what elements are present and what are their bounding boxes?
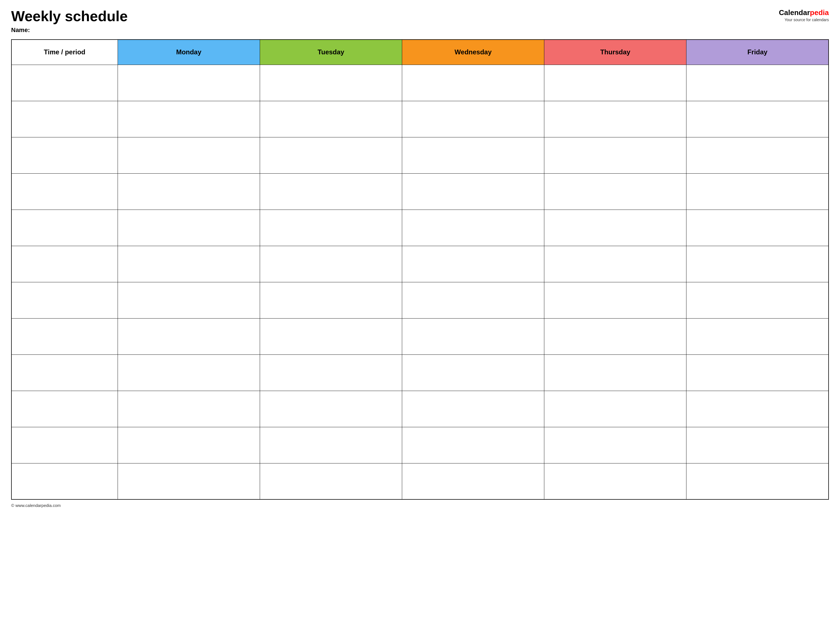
schedule-cell[interactable] <box>260 210 402 246</box>
schedule-cell[interactable] <box>402 210 544 246</box>
schedule-cell[interactable] <box>544 101 687 137</box>
schedule-cell[interactable] <box>260 355 402 391</box>
schedule-cell[interactable] <box>402 355 544 391</box>
schedule-cell[interactable] <box>118 173 260 210</box>
schedule-cell[interactable] <box>687 101 829 137</box>
table-row <box>11 210 829 246</box>
schedule-cell[interactable] <box>118 137 260 173</box>
schedule-cell[interactable] <box>402 246 544 282</box>
schedule-cell[interactable] <box>544 173 687 210</box>
schedule-cell[interactable] <box>260 173 402 210</box>
col-header-wednesday: Wednesday <box>402 39 544 65</box>
schedule-cell[interactable] <box>544 463 687 499</box>
col-header-thursday: Thursday <box>544 39 687 65</box>
schedule-cell[interactable] <box>544 427 687 463</box>
time-cell[interactable] <box>11 282 118 318</box>
schedule-cell[interactable] <box>260 427 402 463</box>
schedule-cell[interactable] <box>260 246 402 282</box>
schedule-cell[interactable] <box>118 318 260 355</box>
schedule-cell[interactable] <box>544 355 687 391</box>
schedule-cell[interactable] <box>687 210 829 246</box>
col-header-monday: Monday <box>118 39 260 65</box>
time-cell[interactable] <box>11 427 118 463</box>
schedule-cell[interactable] <box>544 246 687 282</box>
schedule-cell[interactable] <box>260 391 402 427</box>
table-row <box>11 355 829 391</box>
schedule-cell[interactable] <box>402 137 544 173</box>
table-row <box>11 318 829 355</box>
time-cell[interactable] <box>11 65 118 101</box>
schedule-cell[interactable] <box>118 355 260 391</box>
schedule-cell[interactable] <box>687 173 829 210</box>
schedule-cell[interactable] <box>260 282 402 318</box>
col-header-friday: Friday <box>687 39 829 65</box>
time-cell[interactable] <box>11 101 118 137</box>
schedule-cell[interactable] <box>402 282 544 318</box>
schedule-cell[interactable] <box>687 427 829 463</box>
schedule-cell[interactable] <box>260 101 402 137</box>
footer-url: © www.calendarpedia.com <box>11 503 61 508</box>
schedule-cell[interactable] <box>687 391 829 427</box>
time-cell[interactable] <box>11 173 118 210</box>
schedule-cell[interactable] <box>544 282 687 318</box>
schedule-cell[interactable] <box>118 463 260 499</box>
schedule-cell[interactable] <box>544 210 687 246</box>
schedule-cell[interactable] <box>402 101 544 137</box>
table-row <box>11 282 829 318</box>
schedule-cell[interactable] <box>118 101 260 137</box>
schedule-cell[interactable] <box>687 355 829 391</box>
schedule-cell[interactable] <box>544 65 687 101</box>
time-cell[interactable] <box>11 210 118 246</box>
time-cell[interactable] <box>11 355 118 391</box>
schedule-cell[interactable] <box>687 463 829 499</box>
schedule-cell[interactable] <box>118 282 260 318</box>
page-title: Weekly schedule <box>11 8 779 24</box>
schedule-cell[interactable] <box>544 391 687 427</box>
time-cell[interactable] <box>11 391 118 427</box>
page-header: Weekly schedule Name: Calendarpedia Your… <box>11 8 829 34</box>
logo-area: Calendarpedia Your source for calendars <box>779 8 829 22</box>
table-row <box>11 101 829 137</box>
schedule-cell[interactable] <box>260 137 402 173</box>
time-cell[interactable] <box>11 137 118 173</box>
schedule-cell[interactable] <box>687 246 829 282</box>
schedule-cell[interactable] <box>118 210 260 246</box>
time-cell[interactable] <box>11 463 118 499</box>
logo-tagline: Your source for calendars <box>785 17 829 22</box>
schedule-cell[interactable] <box>260 463 402 499</box>
schedule-cell[interactable] <box>402 318 544 355</box>
table-row <box>11 463 829 499</box>
schedule-cell[interactable] <box>402 65 544 101</box>
table-row <box>11 391 829 427</box>
table-row <box>11 65 829 101</box>
weekly-schedule-table: Time / period Monday Tuesday Wednesday T… <box>11 39 829 500</box>
schedule-cell[interactable] <box>544 137 687 173</box>
footer: © www.calendarpedia.com <box>11 503 829 508</box>
schedule-cell[interactable] <box>687 318 829 355</box>
schedule-cell[interactable] <box>260 318 402 355</box>
schedule-body <box>11 65 829 499</box>
schedule-cell[interactable] <box>118 391 260 427</box>
schedule-cell[interactable] <box>118 427 260 463</box>
schedule-cell[interactable] <box>687 137 829 173</box>
schedule-cell[interactable] <box>544 318 687 355</box>
schedule-cell[interactable] <box>402 391 544 427</box>
title-area: Weekly schedule Name: <box>11 8 779 34</box>
schedule-cell[interactable] <box>402 427 544 463</box>
schedule-cell[interactable] <box>118 65 260 101</box>
table-row <box>11 427 829 463</box>
schedule-cell[interactable] <box>260 65 402 101</box>
col-header-tuesday: Tuesday <box>260 39 402 65</box>
schedule-cell[interactable] <box>687 65 829 101</box>
schedule-cell[interactable] <box>402 463 544 499</box>
table-row <box>11 246 829 282</box>
logo-pedia: pedia <box>810 8 829 17</box>
schedule-cell[interactable] <box>687 282 829 318</box>
time-cell[interactable] <box>11 318 118 355</box>
schedule-cell[interactable] <box>118 246 260 282</box>
schedule-cell[interactable] <box>402 173 544 210</box>
col-header-time: Time / period <box>11 39 118 65</box>
name-label: Name: <box>11 27 779 34</box>
time-cell[interactable] <box>11 246 118 282</box>
logo-calendar: Calendar <box>779 8 810 17</box>
